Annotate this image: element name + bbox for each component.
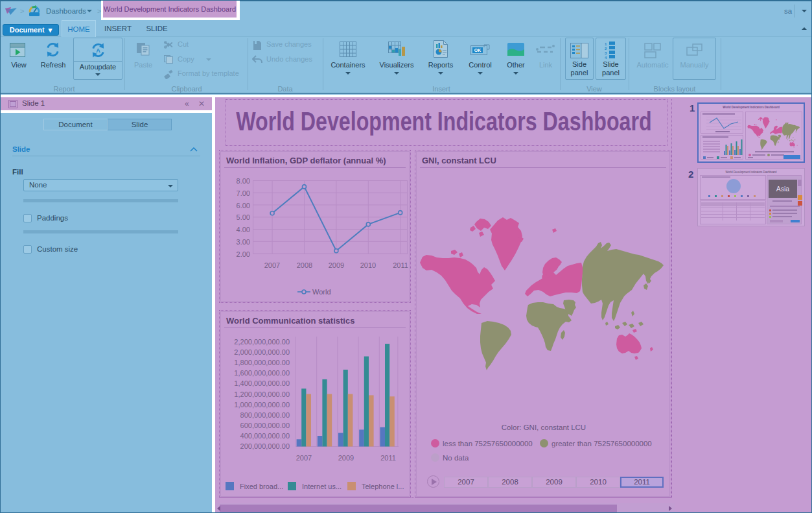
svg-text:OK: OK — [474, 48, 481, 53]
svg-text:1: 1 — [605, 42, 607, 46]
svg-text:3: 3 — [605, 51, 607, 55]
svg-text:A: A — [96, 47, 100, 54]
svg-text:4: 4 — [605, 56, 607, 59]
svg-text:2: 2 — [605, 47, 607, 51]
